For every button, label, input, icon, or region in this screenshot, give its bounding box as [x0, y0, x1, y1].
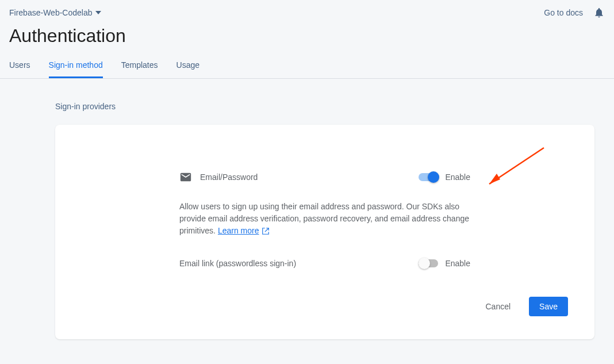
project-dropdown[interactable]: Firebase-Web-Codelab — [9, 8, 101, 17]
content: Sign-in providers Email/Password Enable … — [0, 79, 614, 339]
tab-sign-in-method[interactable]: Sign-in method — [49, 57, 103, 78]
card-actions: Cancel Save — [78, 269, 571, 316]
caret-down-icon — [95, 11, 101, 14]
external-link-icon — [262, 227, 270, 235]
provider-description: Allow users to sign up using their email… — [78, 183, 571, 237]
toggle-email-password[interactable] — [419, 171, 439, 183]
cancel-button[interactable]: Cancel — [478, 297, 517, 316]
save-button[interactable]: Save — [529, 297, 568, 316]
provider-email-link-label: Email link (passwordless sign-in) — [179, 259, 296, 268]
toggle-email-password-label: Enable — [445, 173, 470, 182]
toggle-email-link[interactable] — [419, 258, 439, 269]
provider-email-password-label: Email/Password — [200, 173, 258, 182]
page-title: Authentication — [0, 18, 614, 57]
toggle-group-email-password: Enable — [419, 171, 470, 183]
mail-icon — [179, 171, 192, 183]
top-right: Go to docs — [544, 7, 605, 18]
project-name: Firebase-Web-Codelab — [9, 8, 92, 17]
tab-usage[interactable]: Usage — [176, 57, 199, 78]
provider-card: Email/Password Enable Allow users to sig… — [55, 125, 594, 339]
tabs: Users Sign-in method Templates Usage — [0, 57, 614, 79]
provider-left: Email/Password — [179, 171, 258, 183]
tab-users[interactable]: Users — [9, 57, 30, 78]
provider-email-link-row: Email link (passwordless sign-in) Enable — [78, 237, 571, 269]
notifications-icon[interactable] — [593, 7, 605, 18]
provider-email-password-row: Email/Password Enable — [78, 171, 571, 183]
tab-templates[interactable]: Templates — [121, 57, 158, 78]
toggle-group-email-link: Enable — [419, 258, 470, 269]
toggle-email-link-label: Enable — [445, 259, 470, 268]
learn-more-link[interactable]: Learn more — [218, 225, 270, 237]
go-to-docs-link[interactable]: Go to docs — [544, 8, 583, 17]
top-bar: Firebase-Web-Codelab Go to docs — [0, 0, 614, 18]
section-title: Sign-in providers — [55, 102, 605, 111]
